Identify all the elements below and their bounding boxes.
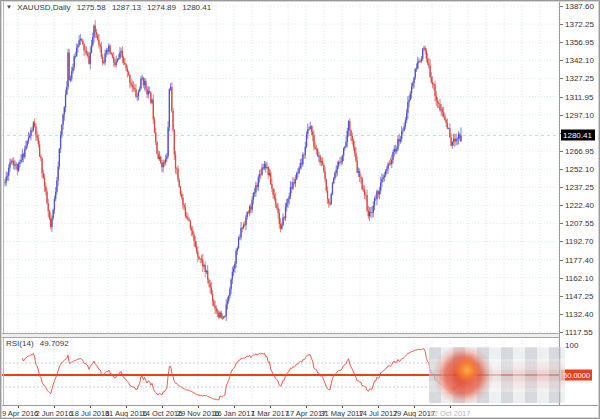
time-axis-tick bbox=[198, 406, 199, 408]
time-axis-label: 14 Jul 2017 bbox=[359, 409, 398, 418]
time-axis-label: 1 Mar 2017 bbox=[251, 409, 289, 418]
price-grid bbox=[1, 1, 559, 337]
rsi-scale-top-label: 100 bbox=[565, 341, 578, 350]
price-axis-tick bbox=[560, 6, 563, 7]
symbol-period-label: XAUUSD,Daily bbox=[17, 3, 70, 12]
time-axis[interactable]: 19 Apr 20162 Jun 201618 Jul 201631 Aug 2… bbox=[1, 405, 600, 419]
price-axis-label: 1192.70 bbox=[565, 237, 593, 246]
price-axis-tick bbox=[560, 314, 563, 315]
candle-bodies bbox=[4, 26, 461, 319]
price-axis-label: 1297.10 bbox=[565, 110, 594, 119]
quote-low: 1274.89 bbox=[147, 3, 176, 12]
price-axis-label: 1252.10 bbox=[565, 164, 594, 173]
time-axis-tick bbox=[54, 406, 55, 408]
pane-separator[interactable] bbox=[1, 333, 600, 338]
quote-open: 1275.58 bbox=[77, 3, 106, 12]
price-axis-tick bbox=[560, 169, 563, 170]
time-axis-tick bbox=[162, 406, 163, 408]
price-axis-tick bbox=[560, 332, 563, 333]
price-axis-tick bbox=[560, 260, 563, 261]
rsi-value: 49.7092 bbox=[40, 339, 69, 348]
price-axis-tick bbox=[560, 24, 563, 25]
time-axis-tick bbox=[342, 406, 343, 408]
time-axis-tick bbox=[414, 406, 415, 408]
price-axis-label: 1266.95 bbox=[565, 146, 594, 155]
current-price-tag: 1280.41 bbox=[561, 130, 595, 141]
price-axis-tick bbox=[560, 296, 563, 297]
price-axis-label: 1147.25 bbox=[565, 291, 593, 300]
price-axis-label: 1207.55 bbox=[565, 219, 594, 228]
rsi-level-tag: 50.0000 bbox=[561, 370, 592, 381]
price-axis-label: 1372.25 bbox=[565, 20, 594, 29]
time-axis-label: 12 Oct 2017 bbox=[430, 409, 471, 418]
time-axis-tick bbox=[270, 406, 271, 408]
price-axis-tick bbox=[560, 97, 563, 98]
price-axis-label: 1162.10 bbox=[565, 273, 593, 282]
price-axis-tick bbox=[560, 241, 563, 242]
price-axis-tick bbox=[560, 278, 563, 279]
price-axis-label: 1177.40 bbox=[565, 255, 593, 264]
time-axis-tick bbox=[126, 406, 127, 408]
time-axis-tick bbox=[18, 406, 19, 408]
price-axis-tick bbox=[560, 223, 563, 224]
rsi-name: RSI(14) bbox=[6, 339, 34, 348]
price-axis-tick bbox=[560, 151, 563, 152]
quote-header: ▼ XAUUSD,Daily 1275.58 1287.13 1274.89 1… bbox=[6, 3, 211, 12]
price-axis-tick bbox=[560, 205, 563, 206]
price-axis-tick bbox=[560, 78, 563, 79]
chart-window: ▼ XAUUSD,Daily 1275.58 1287.13 1274.89 1… bbox=[0, 0, 600, 419]
quote-close: 1280.41 bbox=[182, 3, 211, 12]
price-axis-label: 1237.25 bbox=[565, 183, 594, 192]
price-chart-pane[interactable] bbox=[1, 1, 559, 337]
price-axis-tick bbox=[560, 115, 563, 116]
price-axis-tick bbox=[560, 42, 563, 43]
rsi-label: RSI(14) 49.7092 bbox=[6, 339, 69, 348]
time-axis-label: 2 Jun 2016 bbox=[35, 409, 72, 418]
time-axis-label: 31 May 2017 bbox=[320, 409, 363, 418]
price-axis-label: 1342.10 bbox=[565, 56, 594, 65]
time-axis-tick bbox=[306, 406, 307, 408]
price-axis-label: 1356.95 bbox=[565, 38, 594, 47]
price-axis-label: 1327.25 bbox=[565, 74, 594, 83]
time-axis-tick bbox=[90, 406, 91, 408]
price-axis-tick bbox=[560, 60, 563, 61]
price-axis-label: 1387.60 bbox=[565, 2, 594, 11]
price-axis-label: 1132.40 bbox=[565, 309, 593, 318]
time-axis-tick bbox=[450, 406, 451, 408]
price-axis-label: 1117.55 bbox=[565, 327, 593, 336]
time-axis-tick bbox=[378, 406, 379, 408]
quote-high: 1287.13 bbox=[112, 3, 141, 12]
time-axis-label: 19 Apr 2016 bbox=[0, 409, 38, 418]
censored-watermark bbox=[429, 347, 565, 403]
price-axis[interactable]: 1280.41 50.0000 100 1387.601372.251356.9… bbox=[559, 1, 600, 405]
time-axis-label: 18 Jul 2016 bbox=[71, 409, 110, 418]
left-border-line bbox=[3, 1, 4, 405]
time-axis-label: 16 Jan 2017 bbox=[213, 409, 254, 418]
time-axis-tick bbox=[234, 406, 235, 408]
price-axis-label: 1311.95 bbox=[565, 92, 593, 101]
price-axis-tick bbox=[560, 187, 563, 188]
collapse-triangle-icon[interactable]: ▼ bbox=[6, 4, 12, 10]
price-axis-label: 1222.40 bbox=[565, 201, 594, 210]
